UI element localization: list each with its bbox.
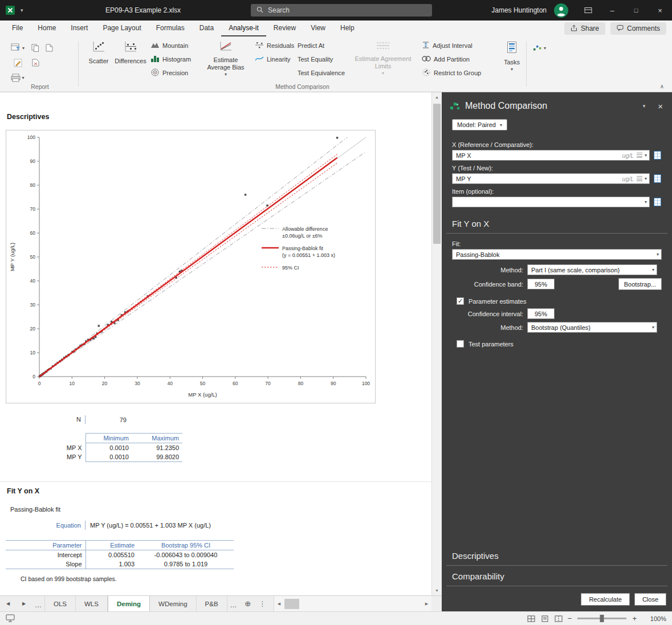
sheet-overflow-left[interactable]: … xyxy=(32,596,44,611)
normal-view-icon[interactable] xyxy=(524,613,538,624)
scrollbar-thumb[interactable] xyxy=(433,104,441,244)
comparability-section-header[interactable]: Comparability xyxy=(446,569,667,586)
histogram-button[interactable]: Histogram xyxy=(148,52,193,66)
bootstrap-button[interactable]: Bootstrap... xyxy=(618,278,662,290)
sheet-tab-p-b[interactable]: P&B xyxy=(197,596,227,611)
zoom-slider[interactable] xyxy=(577,618,626,619)
estimate-average-bias-button[interactable]: Estimate Average Bias ▾ xyxy=(202,39,249,77)
vertical-scrollbar[interactable]: ▴ ▾ xyxy=(431,92,442,595)
zoom-slider-thumb[interactable] xyxy=(600,615,604,622)
test-equivalence-button[interactable]: Test Equivalence xyxy=(295,66,347,80)
add-partition-button[interactable]: Add Partition xyxy=(420,52,483,66)
maximize-button[interactable]: □ xyxy=(624,0,648,21)
ribbon-tab-page-layout[interactable]: Page Layout xyxy=(95,21,148,36)
method-dropdown[interactable]: Part I (same scale, comparison) ▾ xyxy=(527,264,657,275)
ribbon-tab-formulas[interactable]: Formulas xyxy=(149,21,192,36)
ribbon-tab-home[interactable]: Home xyxy=(30,21,63,36)
parameter-estimates-checkbox[interactable]: ✓ xyxy=(457,297,464,305)
ribbon-tab-data[interactable]: Data xyxy=(192,21,221,36)
avatar[interactable] xyxy=(554,3,568,18)
page-layout-view-icon[interactable] xyxy=(538,613,552,624)
sheet-tab-wdeming[interactable]: WDeming xyxy=(150,596,196,611)
tasks-button[interactable]: Tasks ▾ xyxy=(499,39,524,72)
ribbon-tab-review[interactable]: Review xyxy=(266,21,303,36)
quick-access-caret-icon[interactable]: ▾ xyxy=(21,7,23,13)
scatter-chart[interactable]: 0102030405060708090100010203040506070809… xyxy=(6,130,376,403)
scatter-button[interactable]: Scatter xyxy=(84,39,113,65)
range-picker-icon[interactable] xyxy=(654,198,661,206)
ribbon-tab-file[interactable]: File xyxy=(5,21,30,36)
descriptives-section-header[interactable]: Descriptives xyxy=(446,549,667,566)
test-parameters-checkbox-row[interactable]: Test parameters xyxy=(457,340,672,348)
share-button[interactable]: Share xyxy=(564,22,605,35)
scroll-down-icon[interactable]: ▾ xyxy=(432,586,442,595)
select-report-button[interactable]: ▾ xyxy=(10,42,26,54)
account-name[interactable]: James Huntington xyxy=(491,6,547,14)
y-test-input[interactable]: MP Y ug/L ▾ xyxy=(452,173,650,184)
zoom-in-icon[interactable]: + xyxy=(630,614,639,623)
copy-report-button[interactable] xyxy=(30,43,40,53)
sheet-overflow-right[interactable]: … xyxy=(227,596,240,611)
accessibility-status-icon[interactable] xyxy=(6,614,15,623)
sheet-tab-wls[interactable]: WLS xyxy=(76,596,108,611)
zoom-out-icon[interactable]: − xyxy=(565,614,575,623)
ribbon-tab-help[interactable]: Help xyxy=(333,21,362,36)
search-box[interactable]: Search xyxy=(251,4,432,17)
residuals-button[interactable]: Residuals xyxy=(252,39,296,52)
svg-text:(y = 0.00551 + 1.003 x): (y = 0.00551 + 1.003 x) xyxy=(282,252,335,258)
precision-button[interactable]: Precision xyxy=(148,66,193,80)
ribbon-tab-insert[interactable]: Insert xyxy=(63,21,95,36)
confidence-band-input[interactable]: 95% xyxy=(527,279,555,289)
linearity-button[interactable]: Linearity xyxy=(252,52,296,66)
comments-button[interactable]: Comments xyxy=(610,22,666,35)
close-pane-button[interactable]: Close xyxy=(634,593,666,606)
sheet-tab-deming[interactable]: Deming xyxy=(108,596,150,611)
ci-method-dropdown[interactable]: Bootstrap (Quantiles) ▾ xyxy=(527,322,657,333)
scroll-left-icon[interactable]: ◀ xyxy=(274,602,284,606)
mini-chart-menu-button[interactable]: ▾ xyxy=(531,42,547,54)
dropdown-caret-icon[interactable]: ▾ xyxy=(645,199,647,205)
test-equality-button[interactable]: Test Equality xyxy=(295,52,347,66)
adjust-interval-button[interactable]: Adjust Interval xyxy=(420,39,483,52)
item-input[interactable]: ▾ xyxy=(452,197,650,207)
ribbon-tab-analyse-it[interactable]: Analyse-it xyxy=(221,21,266,36)
dropdown-caret-icon[interactable]: ▾ xyxy=(645,176,647,181)
confidence-interval-input[interactable]: 95% xyxy=(527,308,555,319)
sheet-nav-left-icon[interactable]: ◀ xyxy=(0,596,16,611)
parameter-estimates-checkbox-row[interactable]: ✓ Parameter estimates xyxy=(457,297,672,305)
edit-report-button[interactable] xyxy=(13,58,23,68)
mountain-button[interactable]: Mountain xyxy=(148,39,193,52)
range-picker-icon[interactable] xyxy=(654,151,661,160)
fit-dropdown[interactable]: Passing-Bablok ▾ xyxy=(452,249,662,260)
minimize-button[interactable]: – xyxy=(600,0,624,21)
collapse-ribbon-icon[interactable]: ∧ xyxy=(660,83,664,89)
predict-at-button[interactable]: Predict At xyxy=(295,39,347,52)
restrict-to-group-button[interactable]: Restrict to Group xyxy=(420,66,483,80)
add-sheet-button[interactable]: ⊕ xyxy=(240,596,256,611)
scroll-up-icon[interactable]: ▴ xyxy=(432,92,442,102)
scroll-right-icon[interactable]: ▶ xyxy=(422,602,431,606)
new-report-button[interactable] xyxy=(44,43,54,53)
ribbon-tab-view[interactable]: View xyxy=(303,21,333,36)
sheet-menu-icon[interactable]: ⋮ xyxy=(256,596,270,611)
task-pane-menu-caret-icon[interactable]: ▾ xyxy=(643,103,646,109)
sheet-nav-right-icon[interactable]: ▶ xyxy=(16,596,32,611)
print-report-button[interactable]: ▾ xyxy=(10,72,25,83)
model-dropdown[interactable]: Model: Paired ▾ xyxy=(452,119,507,130)
sheet-tab-ols[interactable]: OLS xyxy=(44,596,76,611)
range-picker-icon[interactable] xyxy=(654,174,661,183)
x-reference-input[interactable]: MP X ug/L ▾ xyxy=(452,150,650,161)
test-parameters-checkbox[interactable] xyxy=(457,340,464,348)
zoom-level[interactable]: 100% xyxy=(642,615,666,622)
delete-report-button[interactable] xyxy=(31,58,40,68)
ribbon-display-options-icon[interactable] xyxy=(576,0,600,21)
excel-app-icon[interactable] xyxy=(6,6,15,15)
scrollbar-thumb[interactable] xyxy=(284,599,299,609)
recalculate-button[interactable]: Recalculate xyxy=(581,593,629,606)
horizontal-scrollbar[interactable]: ◀ ▶ xyxy=(274,596,431,611)
dropdown-caret-icon[interactable]: ▾ xyxy=(645,153,647,158)
task-pane-close-icon[interactable]: × xyxy=(658,101,663,111)
page-break-view-icon[interactable] xyxy=(552,613,565,624)
close-button[interactable]: × xyxy=(648,0,672,21)
differences-button[interactable]: Differences xyxy=(114,39,147,65)
